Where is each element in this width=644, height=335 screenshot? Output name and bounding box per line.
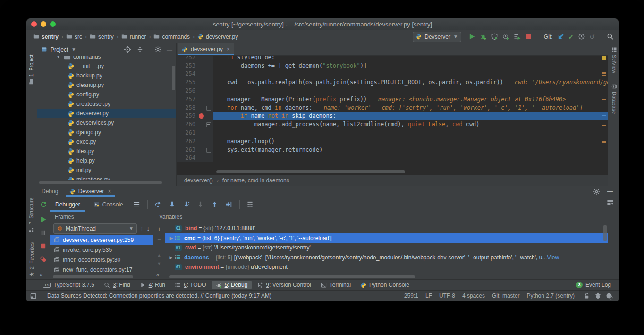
gutter[interactable]: 252 [177,56,213,61]
breadcrumb-item[interactable]: sentry [32,34,59,40]
code-line-261[interactable]: 261 [177,129,608,137]
toolwindow-project-button[interactable]: 1: Project [28,55,34,85]
breadcrumb-item[interactable]: devserver.py [196,34,239,40]
tree-file-help.py[interactable]: help.py [37,156,176,165]
code-line-260[interactable]: 260 manager.add_process(name, list2cmdli… [177,120,608,129]
force-step-into-button[interactable] [197,201,204,208]
status-message[interactable]: Data Sources Detected: Connection proper… [47,292,400,299]
toolwindow-button-9: Version Control[interactable]: 9: Version Control [253,281,315,289]
code-line-255[interactable]: 255 cwd = os.path.realpath(os.path.join(… [177,78,608,86]
toolwindow-structure-button[interactable]: 7: Structure [28,198,34,232]
tree-file-backup.py[interactable]: backup.py [37,71,176,80]
chevron-down-icon[interactable]: ▼ [71,47,76,52]
tree-file-django.py[interactable]: django.py [37,128,176,137]
toolwindow-toggle-icon[interactable] [30,292,37,300]
code-line-252[interactable]: 252 if styleguide: [177,56,608,61]
zoom-window-button[interactable] [50,21,56,27]
encoding[interactable]: UTF-8 [439,292,455,299]
close-icon[interactable]: × [227,46,230,52]
toolwindow-button-TypeScript 3.7.5[interactable]: TSTypeScript 3.7.5 [39,281,99,289]
evaluate-expression-button[interactable] [246,201,254,208]
locate-file-button[interactable] [124,46,131,53]
move-down-button[interactable]: ▼ [157,262,161,266]
step-over-button[interactable] [154,201,161,208]
toolwindow-button-Python Console[interactable]: Python Console [356,281,414,289]
more-actions-button[interactable]: » [40,271,43,278]
hide-panel-button[interactable]: — [167,46,172,53]
tree-file-createuser.py[interactable]: createuser.py [37,99,176,109]
git-branch[interactable]: Git: master [492,292,520,299]
caret-position[interactable]: 259:1 [404,292,418,299]
variables-horizontal-scrollbar[interactable] [169,275,415,278]
code-line-254[interactable]: 254 [177,70,608,78]
editor-tab-devserver[interactable]: devserver.py × [178,43,234,55]
pause-button[interactable] [40,229,47,236]
run-button[interactable] [468,33,475,40]
variable-row-bind[interactable]: 01bind = {str} '127.0.0.1:8888' [165,223,608,233]
update-project-button[interactable] [557,33,564,40]
python-interpreter[interactable]: Python 2.7 (sentry) [527,292,575,299]
run-config-selector[interactable]: Devserver ▼ [413,32,461,42]
previous-frame-button[interactable]: ↑ [140,225,144,232]
tab-console[interactable]: Console [88,197,128,212]
gutter[interactable]: 261 [177,129,213,137]
toolwindow-button-Terminal[interactable]: Terminal [316,281,355,289]
hide-panel-button[interactable]: — [607,188,613,195]
collapse-all-button[interactable] [136,46,144,53]
step-out-button[interactable] [211,201,218,208]
gutter[interactable]: 254 [177,70,213,78]
code-line-253[interactable]: 253 daemons += [_get_daemon("storybook")… [177,61,608,70]
toolwindow-favorites-button[interactable]: ★ 2: Favorites [28,242,35,277]
stack-frame[interactable]: inner, decorators.py:30 [50,255,153,265]
profiler-button[interactable] [502,33,509,40]
variables-vertical-scrollbar[interactable] [603,225,607,241]
tree-horizontal-scrollbar[interactable] [39,181,162,184]
stack-frame[interactable]: invoke, core.py:535 [50,245,153,255]
history-button[interactable] [578,33,585,40]
tree-file-devserver.py[interactable]: devserver.py [37,109,176,118]
lock-icon[interactable] [583,292,590,300]
breadcrumb-item[interactable]: commands [153,34,191,40]
more-actions-button[interactable]: » [156,271,160,278]
move-up-button[interactable]: ▲ [157,253,161,258]
minimize-window-button[interactable] [41,21,46,27]
layout-options-icon[interactable] [133,201,140,208]
toolwindow-button-6: TODO[interactable]: 6: TODO [170,281,211,289]
event-log-button[interactable]: 3Event Log [576,282,611,288]
rollback-button[interactable]: ↺ [589,34,595,40]
code-line-256[interactable]: 256 [177,86,608,95]
tree-file-config.py[interactable]: config.py [37,90,176,99]
tree-vertical-scrollbar[interactable] [172,66,175,90]
tree-file-init.py[interactable]: init.py [37,165,176,175]
tree-file-cleanup.py[interactable]: cleanup.py [37,80,176,90]
inspections-profile-icon[interactable] [594,292,602,300]
project-panel-title[interactable]: Project [51,46,68,53]
tree-file-devservices.py[interactable]: devservices.py [37,118,176,128]
code-line-262[interactable]: 262 manager.loop() [177,137,608,146]
gutter[interactable]: 258 [177,103,213,112]
gutter[interactable]: 257 [177,95,213,103]
restore-layout-button[interactable] [607,199,614,206]
gutter[interactable]: 256 [177,86,213,95]
toolwindow-button-5: Debug[interactable]: 5: Debug [212,281,252,289]
toolwindow-database-button[interactable]: Database [611,84,617,114]
toolwindow-button-4: Run[interactable]: 4: Run [136,281,169,289]
code-line-259[interactable]: 259 if name not in skip_daemons: [177,112,608,120]
view-link[interactable]: View [547,254,559,261]
breadcrumb-item[interactable]: sentry [89,34,115,40]
expander-icon[interactable]: ▶ [168,236,175,241]
fold-marker-icon[interactable] [206,106,211,111]
stop-button[interactable] [525,33,532,40]
notifications-icon[interactable] [606,292,613,300]
breadcrumb-item[interactable]: runner [120,34,147,40]
rerun-button[interactable] [40,201,47,208]
stack-frame[interactable]: devserver, devserver.py:259 [50,235,153,245]
code-line-263[interactable]: 263 sys.exit(manager.returncode) [177,146,608,154]
fold-marker-icon[interactable] [206,148,211,153]
editor-breadcrumb-item[interactable]: devserver() [184,177,213,184]
commit-button[interactable]: ✓ [568,34,574,40]
breadcrumb-item[interactable]: src [65,34,83,40]
tab-debugger[interactable]: Debugger [50,197,85,212]
remove-watch-button[interactable]: − [157,236,161,242]
gutter[interactable]: 259 [177,112,213,120]
